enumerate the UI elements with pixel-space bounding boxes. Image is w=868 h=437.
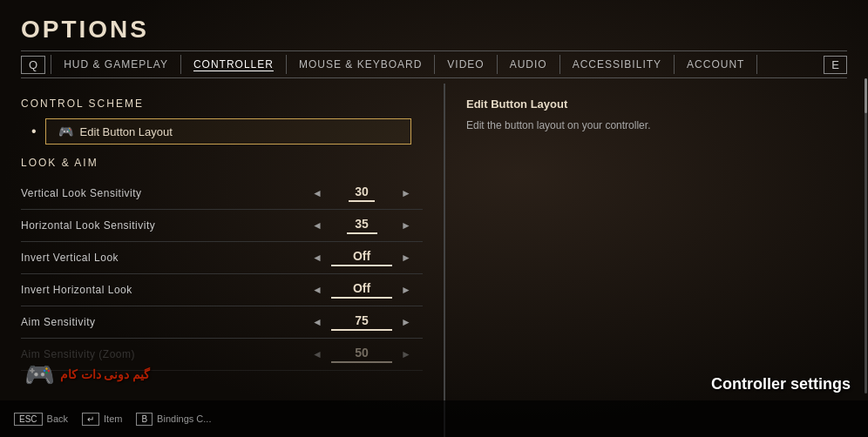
tab-controller[interactable]: CONTROLLER <box>181 55 287 74</box>
header: OPTIONS Q HUD & GAMEPLAY CONTROLLER MOUS… <box>0 0 868 84</box>
value-container-aim-sensitivity-zoom: 50 <box>331 346 392 363</box>
controller-settings-label: Controller settings <box>711 375 851 393</box>
control-scheme-section: CONTROL SCHEME • 🎮 Edit Button Layout <box>21 97 423 145</box>
table-row: Horizontal Look Sensitivity ◄ 35 ► <box>21 210 423 242</box>
nav-right-icon[interactable]: E <box>824 56 847 74</box>
hint-back-label: Back <box>47 413 68 424</box>
nav-bar: Q HUD & GAMEPLAY CONTROLLER MOUSE & KEYB… <box>21 50 847 78</box>
tab-audio[interactable]: AUDIO <box>498 55 560 74</box>
value-container-invert-horizontal: Off <box>331 281 392 299</box>
arrow-right-horizontal-look[interactable]: ► <box>397 218 415 233</box>
hint-item: ↵ Item <box>82 413 122 426</box>
setting-value-aim-sensitivity: 75 <box>355 313 369 327</box>
hint-bindings-label: Bindings C... <box>157 413 211 424</box>
setting-bar-vertical-look <box>349 200 375 202</box>
detail-title: Edit Button Layout <box>466 97 847 111</box>
arrow-right-invert-vertical[interactable]: ► <box>397 250 415 266</box>
arrow-right-aim-sensitivity-zoom[interactable]: ► <box>397 346 415 362</box>
hint-item-label: Item <box>104 413 122 424</box>
watermark-icon: 🎮 <box>24 360 55 389</box>
arrow-left-vertical-look[interactable]: ◄ <box>309 185 326 201</box>
setting-bar-invert-vertical <box>331 265 392 266</box>
arrow-right-aim-sensitivity[interactable]: ► <box>397 314 415 330</box>
nav-left-icon[interactable]: Q <box>21 56 45 74</box>
edit-button-box[interactable]: 🎮 Edit Button Layout <box>45 118 411 145</box>
watermark: 🎮 گیم دونی دات کام <box>0 348 174 400</box>
value-container-vertical-look: 30 <box>331 185 392 202</box>
setting-control-horizontal-look: ◄ 35 ► <box>301 217 423 234</box>
setting-name-invert-vertical: Invert Vertical Look <box>21 252 301 264</box>
key-b[interactable]: B <box>136 413 153 426</box>
setting-value-aim-sensitivity-zoom: 50 <box>355 346 369 360</box>
hint-back: ESC Back <box>14 413 68 426</box>
value-container-invert-vertical: Off <box>331 249 392 266</box>
hint-bindings: B Bindings C... <box>136 413 211 426</box>
table-row: Invert Vertical Look ◄ Off ► <box>21 242 423 274</box>
arrow-left-invert-horizontal[interactable]: ◄ <box>309 282 326 298</box>
key-esc[interactable]: ESC <box>14 413 43 426</box>
arrow-left-horizontal-look[interactable]: ◄ <box>309 218 326 233</box>
table-row: Vertical Look Sensitivity ◄ 30 ► <box>21 178 423 210</box>
look-aim-section: LOOK & AIM Vertical Look Sensitivity ◄ 3… <box>21 157 423 371</box>
control-scheme-title: CONTROL SCHEME <box>21 97 423 110</box>
edit-button-icon: 🎮 <box>58 124 73 138</box>
main-content: OPTIONS Q HUD & GAMEPLAY CONTROLLER MOUS… <box>0 0 868 437</box>
setting-name-vertical-look: Vertical Look Sensitivity <box>21 187 301 199</box>
setting-name-horizontal-look: Horizontal Look Sensitivity <box>21 219 301 232</box>
scroll-indicator <box>865 78 867 393</box>
setting-name-aim-sensitivity: Aim Sensitivity <box>21 316 301 328</box>
edit-button-row: • 🎮 Edit Button Layout <box>31 118 423 145</box>
setting-value-invert-horizontal: Off <box>353 281 370 295</box>
arrow-left-aim-sensitivity[interactable]: ◄ <box>309 314 326 330</box>
setting-control-aim-sensitivity: ◄ 75 ► <box>301 313 423 331</box>
table-row: Invert Horizontal Look ◄ Off ► <box>21 274 423 306</box>
value-container-horizontal-look: 35 <box>331 217 392 234</box>
arrow-left-invert-vertical[interactable]: ◄ <box>309 250 326 266</box>
tab-accessibility[interactable]: ACCESSIBILITY <box>560 55 675 74</box>
setting-control-invert-vertical: ◄ Off ► <box>301 249 423 266</box>
bottom-bar: ESC Back ↵ Item B Bindings C... <box>0 400 868 437</box>
setting-value-invert-vertical: Off <box>353 249 370 263</box>
table-row: Aim Sensitivity ◄ 75 ► <box>21 306 423 339</box>
setting-bar-aim-sensitivity <box>331 329 392 331</box>
watermark-text: گیم دونی دات کام <box>60 367 151 381</box>
nav-tabs: HUD & GAMEPLAY CONTROLLER MOUSE & KEYBOA… <box>51 55 818 74</box>
tab-mouse[interactable]: MOUSE & KEYBOARD <box>287 55 435 74</box>
bullet: • <box>31 124 37 139</box>
tab-hud[interactable]: HUD & GAMEPLAY <box>51 55 181 74</box>
page-title: OPTIONS <box>21 16 847 44</box>
setting-value-vertical-look: 30 <box>355 185 369 198</box>
edit-button-label: Edit Button Layout <box>80 125 173 138</box>
setting-control-aim-sensitivity-zoom: ◄ 50 ► <box>301 346 423 363</box>
arrow-right-invert-horizontal[interactable]: ► <box>397 282 415 298</box>
setting-bar-invert-horizontal <box>331 297 392 299</box>
key-enter[interactable]: ↵ <box>82 413 99 426</box>
scroll-thumb[interactable] <box>865 78 867 113</box>
setting-bar-aim-sensitivity-zoom <box>331 361 392 363</box>
look-aim-title: LOOK & AIM <box>21 157 423 169</box>
tab-video[interactable]: VIDEO <box>435 55 497 74</box>
arrow-left-aim-sensitivity-zoom[interactable]: ◄ <box>309 346 326 362</box>
tab-account[interactable]: ACCOUNT <box>675 55 757 74</box>
setting-name-invert-horizontal: Invert Horizontal Look <box>21 284 301 296</box>
arrow-right-vertical-look[interactable]: ► <box>397 185 415 201</box>
detail-description: Edit the button layout on your controlle… <box>466 118 847 133</box>
setting-control-vertical-look: ◄ 30 ► <box>301 185 423 202</box>
setting-bar-horizontal-look <box>347 232 377 234</box>
value-container-aim-sensitivity: 75 <box>331 313 392 331</box>
setting-value-horizontal-look: 35 <box>355 217 369 231</box>
setting-control-invert-horizontal: ◄ Off ► <box>301 281 423 299</box>
